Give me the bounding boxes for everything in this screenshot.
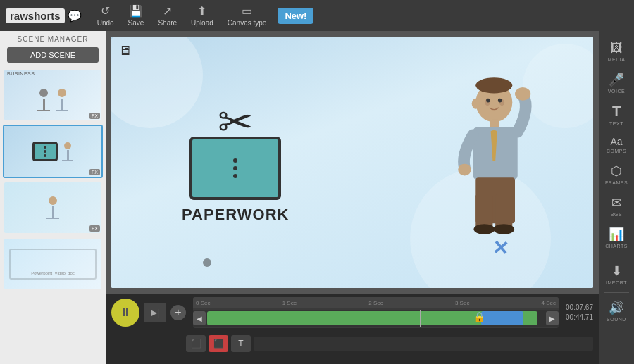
import-icon: ⬇	[611, 263, 622, 279]
frames-icon: ⬡	[611, 163, 622, 179]
time-display: 00:07.67 00:44.71	[566, 303, 593, 322]
voice-label: VOICE	[608, 89, 625, 94]
delete-icon: ⬛	[213, 339, 224, 349]
text-panel-button[interactable]: T TEXT	[601, 99, 632, 130]
track-nav-left[interactable]: ◀	[193, 311, 206, 325]
bgs-panel-button[interactable]: ✉ BGS	[601, 191, 632, 221]
scene-item[interactable]: BUSINESS	[3, 68, 103, 122]
paperwork-label: PAPERWORK	[182, 206, 289, 224]
fx-badge: FX	[89, 113, 100, 119]
canvas-content: 🖥 ✂ PAPERWORK	[111, 37, 593, 288]
charts-panel-button[interactable]: 📊 CHARTS	[601, 222, 632, 253]
timeline: ⏸ ▶| + 0 Sec 1 Sec 2	[106, 294, 599, 364]
timeline-bottom: ⬛ ⬛ T	[106, 332, 599, 356]
screen-record-icon: 🖥	[118, 44, 131, 58]
upload-button[interactable]: ⬆ Upload	[185, 1, 219, 30]
voice-icon: 🎤	[609, 72, 624, 87]
monitor-dots	[233, 158, 237, 178]
add-track-button[interactable]: +	[170, 305, 186, 320]
save-label: Save	[128, 19, 144, 27]
dot	[233, 166, 237, 170]
time-total: 00:44.71	[566, 313, 593, 322]
fx-badge: FX	[89, 225, 100, 232]
cursor-indicator	[203, 258, 211, 267]
import-panel-button[interactable]: ⬇ IMPORT	[601, 259, 632, 289]
share-button[interactable]: ↗ Share	[152, 1, 182, 30]
center-area: 🖥 ✂ PAPERWORK	[106, 31, 599, 364]
dot	[233, 158, 237, 163]
track-nav-right[interactable]: ▶	[546, 311, 559, 325]
scene-thumbnail	[4, 182, 101, 233]
sound-label: SOUND	[607, 317, 626, 322]
canvas-type-icon: ▭	[242, 4, 252, 18]
fx-badge: FX	[89, 169, 100, 175]
new-button[interactable]: New!	[278, 8, 313, 24]
canvas-wrapper: 🖥 ✂ PAPERWORK	[111, 37, 593, 288]
voice-panel-button[interactable]: 🎤 VOICE	[601, 68, 632, 98]
undo-label: Undo	[97, 19, 114, 27]
timeline-ruler: 0 Sec 1 Sec 2 Sec 3 Sec 4 Sec	[193, 297, 559, 308]
lock-icon: 🔒	[471, 311, 488, 322]
scene-item[interactable]: FX	[3, 125, 103, 178]
text-tool-button[interactable]: T	[231, 335, 251, 352]
canvas-type-button[interactable]: ▭ Canvas type	[222, 1, 273, 30]
x-mark: ✕	[492, 236, 510, 261]
svg-point-10	[515, 87, 530, 101]
scene-thumbnail: Powerpoint Video doc	[4, 239, 101, 289]
upload-icon: ⬆	[197, 4, 206, 18]
play-pause-button[interactable]: ⏸	[111, 299, 139, 327]
step-forward-button[interactable]: ▶|	[144, 303, 166, 322]
main-toolbar: rawshorts 💬 ↺ Undo 💾 Save ↗ Share ⬆ Uplo…	[0, 0, 634, 31]
svg-point-16	[493, 224, 514, 234]
scene-manager: SCENE MANAGER ADD SCENE BUSINESS	[0, 31, 106, 364]
bgs-icon: ✉	[611, 195, 622, 211]
cut-tool-button[interactable]: ⬛	[186, 335, 206, 352]
logo: rawshorts	[6, 8, 65, 23]
bgs-label: BGS	[611, 212, 622, 217]
text-icon: T	[612, 103, 621, 120]
bottom-track-row	[254, 337, 593, 351]
logo-area: rawshorts 💬	[6, 8, 82, 23]
charts-label: CHARTS	[605, 244, 628, 249]
save-icon: 💾	[129, 4, 143, 18]
delete-tool-button[interactable]: ⬛	[209, 335, 228, 352]
scene-list: BUSINESS	[0, 65, 106, 364]
svg-point-4	[486, 98, 490, 102]
svg-rect-7	[490, 119, 499, 128]
dot	[233, 174, 237, 178]
scene-item[interactable]: FX	[3, 181, 103, 234]
text-label: TEXT	[609, 121, 623, 126]
save-button[interactable]: 💾 Save	[123, 1, 150, 30]
ruler-mark: 1 Sec	[282, 300, 297, 306]
cut-icon: ⬛	[191, 339, 201, 349]
sound-panel-button[interactable]: 🔊 SOUND	[601, 296, 632, 326]
scene-label: BUSINESS	[7, 71, 35, 76]
svg-point-15	[474, 224, 495, 234]
panel-divider	[604, 256, 629, 256]
right-panel: 🖼 MEDIA 🎤 VOICE T TEXT Aa COMPS ⬡ FRAMES…	[599, 31, 634, 364]
ruler-marks: 0 Sec 1 Sec 2 Sec 3 Sec 4 Sec	[196, 300, 556, 306]
undo-icon: ↺	[101, 4, 110, 18]
comps-panel-button[interactable]: Aa COMPS	[601, 132, 632, 158]
sound-icon: 🔊	[609, 300, 624, 315]
share-label: Share	[158, 19, 177, 27]
undo-button[interactable]: ↺ Undo	[92, 1, 120, 30]
scene-thumbnail	[4, 126, 101, 177]
media-panel-button[interactable]: 🖼 MEDIA	[601, 37, 632, 66]
svg-point-6	[472, 98, 480, 108]
pause-icon: ⏸	[120, 306, 131, 319]
logo-icon: 💬	[68, 9, 82, 23]
playhead	[420, 310, 421, 327]
upload-label: Upload	[191, 19, 213, 27]
scene-thumbnail: BUSINESS	[4, 70, 101, 120]
canvas-area: 🖥 ✂ PAPERWORK	[106, 31, 599, 294]
main-area: SCENE MANAGER ADD SCENE BUSINESS	[0, 31, 634, 364]
add-scene-button[interactable]: ADD SCENE	[7, 47, 99, 63]
import-label: IMPORT	[606, 280, 627, 285]
timeline-track-1: ◀ 🔒 ▶	[193, 310, 559, 327]
scene-item[interactable]: Powerpoint Video doc	[3, 237, 103, 291]
frames-panel-button[interactable]: ⬡ FRAMES	[601, 159, 632, 189]
svg-point-11	[458, 163, 471, 175]
scene-manager-title: SCENE MANAGER	[0, 31, 106, 44]
comps-icon: Aa	[610, 136, 622, 147]
